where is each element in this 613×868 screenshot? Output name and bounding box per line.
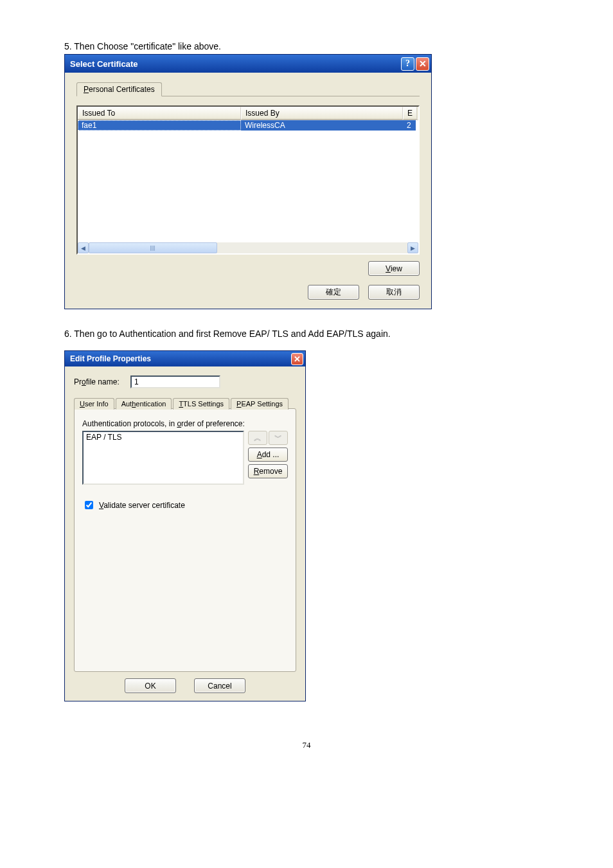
authentication-panel: Authentication protocols, in order of pr… [74, 408, 296, 672]
cancel-button[interactable]: Cancel [194, 678, 245, 693]
auth-protocols-label: Authentication protocols, in order of pr… [82, 419, 288, 428]
cell-issued-to: fae1 [78, 120, 241, 131]
page-number: 74 [64, 740, 549, 750]
scrollbar-thumb[interactable] [89, 242, 217, 253]
step5-text: 5. Then Choose "certificate" like above. [64, 41, 549, 51]
col-e[interactable]: E [403, 107, 417, 120]
ok-button[interactable]: OK [125, 678, 176, 693]
validate-server-cert-checkbox[interactable] [85, 501, 93, 509]
help-icon: ? [405, 59, 410, 69]
dlg2-title: Edit Profile Properties [70, 354, 291, 363]
scroll-right-button[interactable]: ▶ [407, 242, 418, 253]
chevron-left-icon: ◀ [81, 245, 85, 251]
chevron-right-icon: ▶ [411, 245, 415, 251]
tab-user-info[interactable]: User Info [74, 398, 114, 410]
ok-button[interactable]: 確定 [308, 285, 359, 300]
cancel-button[interactable]: 取消 [368, 285, 420, 300]
tab-peap-settings[interactable]: PEAP Settings [231, 398, 289, 410]
dlg2-tabs: User Info Authentication TTLS Settings P… [74, 397, 296, 409]
cell-e: 2 [403, 120, 416, 131]
chevron-double-up-icon: ︽ [254, 433, 262, 444]
scrollbar-track[interactable] [89, 242, 407, 253]
col-issued-by[interactable]: Issued By [241, 107, 403, 120]
dlg1-title: Select Certificate [70, 59, 400, 69]
close-button[interactable]: ✕ [416, 57, 429, 71]
view-button[interactable]: View [368, 261, 420, 276]
add-button[interactable]: Add ... [248, 448, 288, 462]
chevron-double-down-icon: ︾ [274, 433, 282, 444]
listview-header: Issued To Issued By E [78, 107, 418, 120]
tab-authentication[interactable]: Authentication [116, 398, 172, 410]
move-up-button: ︽ [248, 431, 267, 445]
help-button[interactable]: ? [401, 57, 414, 71]
dlg1-tabs: Personal Certificates [76, 82, 420, 96]
remove-button[interactable]: Remove [248, 464, 288, 478]
table-row[interactable]: fae1 WirelessCA 2 [78, 120, 418, 131]
profile-name-input[interactable] [130, 375, 220, 388]
list-item[interactable]: EAP / TLS [84, 432, 243, 442]
certificate-listview[interactable]: Issued To Issued By E fae1 WirelessCA 2 … [76, 105, 420, 255]
move-down-button: ︾ [269, 431, 288, 445]
close-icon: ✕ [294, 354, 301, 364]
close-icon: ✕ [419, 59, 427, 69]
scroll-left-button[interactable]: ◀ [78, 242, 89, 253]
validate-server-cert-label: Validate server certificate [99, 501, 185, 510]
profile-name-label: Profile name: [74, 377, 130, 386]
dlg1-titlebar: Select Certificate ? ✕ [65, 55, 431, 73]
tab-ttls-settings[interactable]: TTLS Settings [173, 398, 229, 410]
grip-icon [150, 246, 155, 251]
dlg2-titlebar: Edit Profile Properties ✕ [65, 351, 305, 366]
horizontal-scrollbar[interactable]: ◀ ▶ [78, 242, 418, 253]
close-button[interactable]: ✕ [291, 353, 303, 365]
col-issued-to[interactable]: Issued To [78, 107, 241, 120]
edit-profile-dialog: Edit Profile Properties ✕ Profile name: … [64, 350, 306, 701]
protocols-listbox[interactable]: EAP / TLS [82, 431, 244, 485]
select-certificate-dialog: Select Certificate ? ✕ Personal Certific… [64, 54, 432, 309]
tab-personal-certificates[interactable]: Personal Certificates [76, 82, 162, 96]
cell-issued-by: WirelessCA [241, 120, 403, 131]
step6-text: 6. Then go to Authentication and first R… [64, 329, 549, 339]
